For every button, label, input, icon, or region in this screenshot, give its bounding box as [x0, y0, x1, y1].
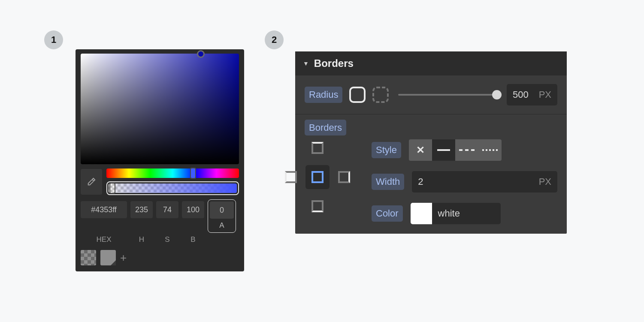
- border-top-button[interactable]: [309, 139, 326, 156]
- sv-handle[interactable]: [197, 50, 205, 58]
- radius-input[interactable]: 500 PX: [507, 84, 557, 105]
- border-all-button[interactable]: [305, 165, 330, 189]
- brightness-input[interactable]: 100: [182, 201, 204, 218]
- alpha-input-highlight: 0 A: [208, 199, 236, 233]
- radius-value: 500: [513, 89, 529, 100]
- hue-handle[interactable]: [190, 168, 196, 179]
- alpha-handle[interactable]: [109, 183, 115, 194]
- radius-uniform-icon[interactable]: [349, 87, 366, 103]
- radius-unit: PX: [539, 89, 551, 100]
- solid-line-icon: [437, 149, 450, 151]
- dashed-line-icon: [459, 149, 475, 151]
- swatch-current[interactable]: [100, 250, 116, 265]
- hue-input[interactable]: 235: [130, 201, 153, 218]
- style-label: Style: [372, 142, 401, 158]
- dotted-line-icon: [482, 149, 498, 151]
- s-label: S: [156, 235, 178, 244]
- eyedropper-button[interactable]: [81, 169, 102, 195]
- alpha-input[interactable]: 0: [210, 202, 234, 219]
- border-color-input[interactable]: white: [411, 203, 501, 224]
- radius-slider[interactable]: [398, 94, 497, 96]
- saturation-input[interactable]: 74: [156, 201, 178, 218]
- step-badge-2: 2: [265, 30, 284, 49]
- alpha-slider[interactable]: [109, 184, 237, 193]
- border-style-dotted[interactable]: [478, 139, 502, 161]
- border-width-input[interactable]: 2 PX: [412, 171, 557, 193]
- swatch-transparent[interactable]: [81, 250, 96, 265]
- add-swatch-button[interactable]: +: [120, 251, 127, 265]
- borders-panel: ▼ Borders Radius 500 PX Borders: [295, 51, 567, 234]
- border-width-value: 2: [418, 176, 423, 187]
- hex-label: HEX: [81, 235, 127, 244]
- border-bottom-button[interactable]: [309, 198, 326, 215]
- border-right-button[interactable]: [336, 169, 353, 186]
- radius-label: Radius: [305, 87, 342, 103]
- color-picker-panel: #4353ff 235 74 100 0 A HEX H S B +: [76, 49, 244, 271]
- radius-individual-icon[interactable]: [372, 87, 389, 103]
- h-label: H: [130, 235, 153, 244]
- borders-header[interactable]: ▼ Borders: [295, 51, 567, 75]
- collapse-icon: ▼: [303, 60, 309, 67]
- border-width-unit: PX: [539, 176, 551, 187]
- color-label: Color: [372, 205, 403, 222]
- b-label: B: [182, 235, 204, 244]
- border-style-segmented: ✕: [409, 139, 502, 161]
- alpha-slider-highlight: [106, 181, 239, 195]
- step-badge-1: 1: [44, 30, 63, 49]
- width-label: Width: [372, 174, 404, 190]
- border-color-name: white: [438, 208, 460, 219]
- hue-slider[interactable]: [106, 169, 239, 178]
- borders-title: Borders: [314, 57, 354, 69]
- alpha-label: A: [219, 221, 224, 230]
- border-left-button[interactable]: [282, 169, 299, 186]
- border-style-solid[interactable]: [432, 139, 455, 161]
- radius-slider-thumb[interactable]: [492, 90, 502, 99]
- border-style-dashed[interactable]: [455, 139, 478, 161]
- x-icon: ✕: [416, 144, 425, 156]
- border-style-none[interactable]: ✕: [409, 139, 432, 161]
- borders-section-label: Borders: [305, 120, 346, 135]
- saturation-value-field[interactable]: [81, 54, 239, 164]
- border-color-chip[interactable]: [411, 203, 432, 224]
- hex-input[interactable]: #4353ff: [81, 201, 127, 218]
